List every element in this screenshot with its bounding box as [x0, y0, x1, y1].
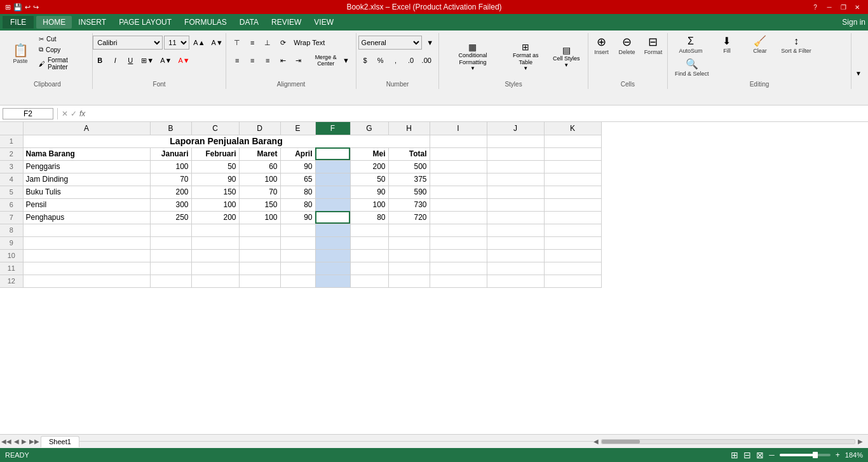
- col-header-E[interactable]: E: [280, 122, 315, 135]
- cell-I8[interactable]: [430, 224, 487, 236]
- cell-H9[interactable]: [388, 236, 430, 249]
- close-btn[interactable]: ✕: [851, 2, 863, 12]
- cell-G11[interactable]: [350, 262, 388, 275]
- cell-G5[interactable]: 90: [350, 186, 388, 198]
- cell-C3[interactable]: 50: [191, 160, 239, 173]
- col-header-F[interactable]: F: [315, 122, 350, 135]
- col-header-H[interactable]: H: [388, 122, 430, 135]
- cell-D3[interactable]: 60: [239, 160, 280, 173]
- font-name-select[interactable]: Calibri: [93, 36, 163, 50]
- cell-C7[interactable]: 200: [191, 211, 239, 224]
- cell-D7[interactable]: 100: [239, 211, 280, 224]
- cell-B10[interactable]: [150, 249, 191, 262]
- cell-J6[interactable]: [487, 198, 544, 211]
- font-color-btn[interactable]: A▼: [175, 53, 192, 67]
- undo-btn[interactable]: ↩: [25, 3, 31, 11]
- minimize-btn[interactable]: ─: [824, 2, 835, 12]
- grid-container[interactable]: A B C D E F G H I J K 1Laporan Penjualan…: [0, 122, 868, 434]
- cell-A7[interactable]: Penghapus: [23, 211, 150, 224]
- orientation-btn[interactable]: ⟳: [276, 36, 290, 50]
- cell-G4[interactable]: 50: [350, 173, 388, 186]
- cell-I7[interactable]: [430, 211, 487, 224]
- cell-G8[interactable]: [350, 224, 388, 236]
- formulas-tab[interactable]: FORMULAS: [178, 16, 233, 29]
- cell-G3[interactable]: 200: [350, 160, 388, 173]
- insert-function-icon[interactable]: fx: [79, 109, 85, 118]
- cell-D4[interactable]: 100: [239, 173, 280, 186]
- cell-I5[interactable]: [430, 186, 487, 198]
- cell-H3[interactable]: 500: [388, 160, 430, 173]
- cell-E4[interactable]: 65: [280, 173, 315, 186]
- align-top-btn[interactable]: ⊤: [230, 36, 244, 50]
- cell-A9[interactable]: [23, 236, 150, 249]
- cell-D12[interactable]: [239, 275, 280, 287]
- view-page-break-btn[interactable]: ⊠: [756, 450, 764, 460]
- autosum-btn[interactable]: Σ AutoSum: [672, 34, 710, 56]
- fill-color-btn[interactable]: A▼: [158, 53, 174, 67]
- align-center-btn[interactable]: ≡: [245, 53, 259, 67]
- cell-I2[interactable]: [430, 147, 487, 160]
- name-box[interactable]: [3, 108, 53, 119]
- cell-J10[interactable]: [487, 249, 544, 262]
- confirm-formula-icon[interactable]: ✓: [71, 109, 77, 118]
- cell-D2[interactable]: Maret: [239, 147, 280, 160]
- insert-cells-btn[interactable]: ⊕ Insert: [590, 34, 613, 57]
- file-tab[interactable]: FILE: [3, 16, 34, 29]
- cell-K10[interactable]: [544, 249, 601, 262]
- cell-F10[interactable]: [315, 249, 350, 262]
- align-left-btn[interactable]: ≡: [230, 53, 244, 67]
- zoom-in-btn[interactable]: +: [836, 451, 840, 459]
- underline-button[interactable]: U: [123, 53, 137, 67]
- sort-filter-btn[interactable]: ↕ Sort & Filter: [777, 34, 815, 56]
- cell-C9[interactable]: [191, 236, 239, 249]
- percent-btn[interactable]: $: [358, 53, 372, 67]
- cell-C4[interactable]: 90: [191, 173, 239, 186]
- cell-F8[interactable]: [315, 224, 350, 236]
- cell-J2[interactable]: [487, 147, 544, 160]
- cell-H11[interactable]: [388, 262, 430, 275]
- font-size-select[interactable]: 11: [164, 36, 189, 50]
- sheet-nav-prev[interactable]: ◀◀: [0, 437, 13, 446]
- percent-sign-btn[interactable]: %: [374, 53, 388, 67]
- cell-K9[interactable]: [544, 236, 601, 249]
- horizontal-scrollbar[interactable]: [601, 439, 855, 444]
- decrease-font-btn[interactable]: A▼: [209, 36, 226, 50]
- quick-save-icon[interactable]: 💾: [13, 3, 22, 11]
- zoom-slider[interactable]: [780, 454, 831, 456]
- view-normal-btn[interactable]: ⊞: [731, 450, 738, 460]
- cell-E8[interactable]: [280, 224, 315, 236]
- cell-A11[interactable]: [23, 262, 150, 275]
- home-tab[interactable]: HOME: [36, 16, 72, 29]
- format-cells-btn[interactable]: ⊟ Format: [641, 34, 666, 57]
- cell-H5[interactable]: 590: [388, 186, 430, 198]
- cell-F11[interactable]: [315, 262, 350, 275]
- scroll-right-btn[interactable]: ▶: [858, 438, 863, 445]
- cell-B3[interactable]: 100: [150, 160, 191, 173]
- cell-F5[interactable]: [315, 186, 350, 198]
- cell-B7[interactable]: 250: [150, 211, 191, 224]
- cell-K12[interactable]: [544, 275, 601, 287]
- sheet-nav-next[interactable]: ▶▶: [28, 437, 41, 446]
- cell-K6[interactable]: [544, 198, 601, 211]
- cell-F2[interactable]: [315, 147, 350, 160]
- insert-tab[interactable]: INSERT: [72, 16, 112, 29]
- cell-F9[interactable]: [315, 236, 350, 249]
- cell-J9[interactable]: [487, 236, 544, 249]
- cell-I9[interactable]: [430, 236, 487, 249]
- cell-J4[interactable]: [487, 173, 544, 186]
- cell-I10[interactable]: [430, 249, 487, 262]
- cell-H10[interactable]: [388, 249, 430, 262]
- clear-btn[interactable]: 🧹 Clear: [744, 34, 776, 56]
- cell-I3[interactable]: [430, 160, 487, 173]
- formula-input[interactable]: [88, 109, 865, 118]
- cell-B8[interactable]: [150, 224, 191, 236]
- increase-font-btn[interactable]: A▲: [191, 36, 207, 50]
- cell-G12[interactable]: [350, 275, 388, 287]
- cell-H4[interactable]: 375: [388, 173, 430, 186]
- cell-C11[interactable]: [191, 262, 239, 275]
- increase-indent-btn[interactable]: ⇥: [291, 53, 305, 67]
- cell-A6[interactable]: Pensil: [23, 198, 150, 211]
- cell-D8[interactable]: [239, 224, 280, 236]
- col-header-B[interactable]: B: [150, 122, 191, 135]
- cell-C6[interactable]: 100: [191, 198, 239, 211]
